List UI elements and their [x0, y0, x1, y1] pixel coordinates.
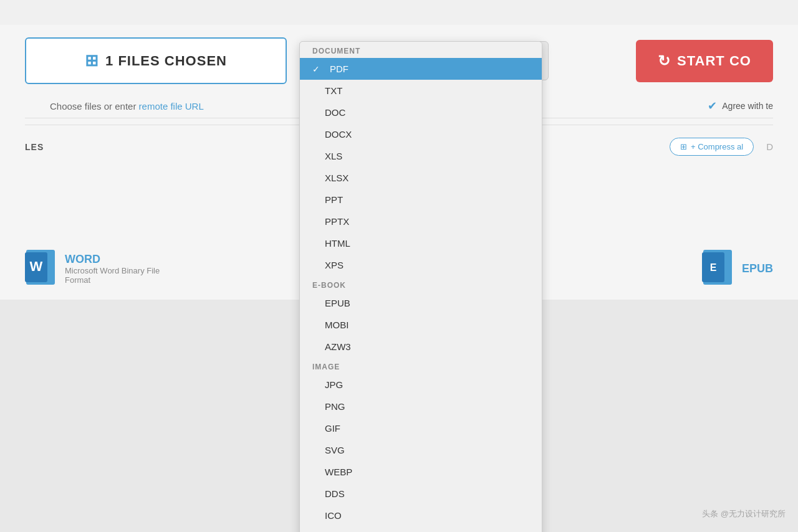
dropdown-item-webp[interactable]: WEBP	[300, 461, 542, 483]
dropdown-item-xls[interactable]: XLS	[300, 145, 542, 167]
dropdown-item-dds[interactable]: DDS	[300, 483, 542, 505]
dropdown-item-gif[interactable]: GIF	[300, 417, 542, 439]
dropdown-item-jpg[interactable]: JPG	[300, 374, 542, 396]
delete-column-label: D	[766, 141, 773, 152]
epub-format-card: E EPUB	[702, 250, 773, 287]
dropdown-category-ebook: E-BOOK	[300, 276, 542, 292]
epub-icon: E	[702, 250, 733, 287]
dropdown-item-azw3[interactable]: AZW3	[300, 336, 542, 358]
plus-icon: ⊞	[85, 51, 99, 70]
compress-all-button[interactable]: ⊞ + Compress al	[670, 138, 754, 156]
svg-text:W: W	[30, 259, 43, 274]
agree-label: Agree with te	[722, 101, 773, 111]
dropdown-menu: DOCUMENT ✓ PDF TXT DOC DOCX XLS	[299, 41, 542, 532]
word-card-desc: Microsoft Word Binary File Format	[65, 266, 178, 285]
dropdown-item-xps[interactable]: XPS	[300, 254, 542, 276]
dropdown-item-ppt[interactable]: PPT	[300, 189, 542, 211]
dropdown-category-image: IMAGE	[300, 358, 542, 374]
agree-check-icon: ✔	[708, 99, 717, 113]
top-bar	[0, 0, 798, 25]
dropdown-category-document: DOCUMENT	[300, 42, 542, 58]
choose-files-hint: Choose files or enter remote file URL	[25, 101, 204, 112]
dropdown-item-pdf[interactable]: ✓ PDF	[300, 58, 542, 80]
start-convert-label: START CO	[677, 53, 751, 69]
dropdown-category-video: VIDEO	[300, 526, 542, 532]
dropdown-item-html[interactable]: HTML	[300, 232, 542, 254]
word-card-title: WORD	[65, 253, 178, 266]
epub-card-info: EPUB	[742, 262, 773, 275]
choose-files-button[interactable]: ⊞ 1 FILES CHOSEN	[25, 37, 287, 84]
dropdown-item-mobi[interactable]: MOBI	[300, 314, 542, 336]
start-convert-button[interactable]: ↻ START CO	[636, 40, 773, 82]
word-format-card: W WORD Microsoft Word Binary File Format	[25, 250, 178, 287]
word-icon: W	[25, 250, 56, 287]
dropdown-item-pptx[interactable]: PPTX	[300, 211, 542, 232]
dropdown-item-xlsx[interactable]: XLSX	[300, 167, 542, 189]
agree-section: ✔ Agree with te	[708, 99, 773, 113]
main-area: ⊞ 1 FILES CHOSEN PDF ▼ DOCUMENT ✓ PDF TX…	[0, 25, 798, 174]
files-column-label: LES	[25, 142, 44, 152]
watermark: 头条 @无力设计研究所	[702, 508, 786, 520]
dropdown-item-epub[interactable]: EPUB	[300, 292, 542, 314]
choose-files-label: 1 FILES CHOSEN	[105, 53, 227, 69]
dropdown-item-txt[interactable]: TXT	[300, 80, 542, 102]
epub-card-title: EPUB	[742, 262, 773, 275]
dropdown-item-png[interactable]: PNG	[300, 396, 542, 417]
refresh-icon: ↻	[658, 52, 671, 70]
remote-file-url-link[interactable]: remote file URL	[139, 101, 204, 112]
dropdown-item-docx[interactable]: DOCX	[300, 123, 542, 145]
header-row: ⊞ 1 FILES CHOSEN PDF ▼ DOCUMENT ✓ PDF TX…	[25, 37, 773, 84]
dropdown-item-svg[interactable]: SVG	[300, 439, 542, 461]
dropdown-item-ico[interactable]: ICO	[300, 505, 542, 526]
compress-all-label: + Compress al	[691, 142, 743, 151]
word-card-info: WORD Microsoft Word Binary File Format	[65, 253, 178, 285]
compress-all-icon: ⊞	[680, 142, 687, 151]
format-selector-container: PDF ▼ DOCUMENT ✓ PDF TXT DOC DOCX	[299, 41, 623, 80]
svg-text:E: E	[710, 262, 717, 273]
check-icon: ✓	[312, 64, 321, 74]
dropdown-item-doc[interactable]: DOC	[300, 102, 542, 123]
